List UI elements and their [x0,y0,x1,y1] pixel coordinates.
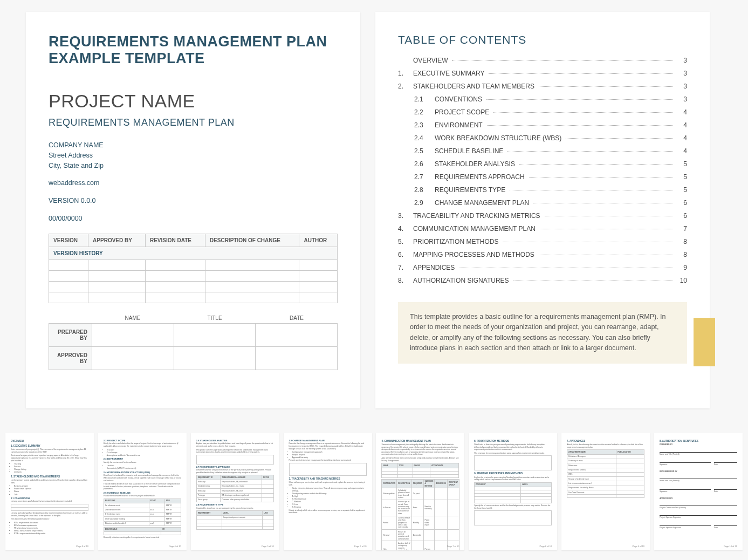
h-wbs: 2.4 WORK BREAKDOWN STRUCTURE (WBS) [104,471,181,474]
date-label: 00/00/0000 [49,214,338,224]
vh-caption: VERSION HISTORY [49,247,338,259]
page-footer: Page 8 of 10 [540,545,552,548]
page-footer: Page 10 of 10 [724,545,737,548]
doc-subtitle: REQUIREMENTS MANAGEMENT PLAN [49,117,338,128]
text: Attach, link to, describe any document o… [567,443,644,448]
sig-col-date: DATE [256,315,338,321]
toc-entry[interactable]: 5.PRIORITIZATION METHODS8 [398,235,687,248]
accent-decoration [694,318,715,366]
h-schedule: 2.5 SCHEDULE BASELINE [104,491,181,494]
toc-entry[interactable]: 2.1CONVENTIONS3 [398,93,687,106]
toc-entry[interactable]: 2.3ENVIRONMENT4 [398,119,687,132]
text: Our coverage for summary prioritization … [474,452,552,455]
list: RD = requirements document BR = business… [11,522,88,535]
h-priority: 5. PRIORITIZATION METHODS [474,440,552,443]
toc-entry[interactable]: 2.STAKEHOLDERS AND TEAM MEMBERS3 [398,80,687,93]
doc-title-line1: REQUIREMENTS MANAGEMENT PLAN [49,33,338,50]
toc-entry[interactable]: 2.2PROJECT SCOPE4 [398,106,687,119]
text: Explain how you identified key stakehold… [196,442,274,447]
thumb-page-6: 2.9 CHANGE MANAGEMENT PLAN Describe the … [284,433,372,550]
h-auth-sig: 8. AUTHORIZATION SIGNATURES [660,440,737,443]
vh-row [49,270,338,281]
schedule-table: MILESTONESTARTEND1st milestone eventMM/Y… [104,498,181,526]
thumb-page-7: 4. COMMUNICATION MANAGEMENT PLAN Summari… [376,433,464,550]
text: Bi-weekly milestone meeting after the re… [104,536,181,539]
text: Also identify technical team communicati… [381,457,459,462]
vh-col-revdate: REVISION DATE [145,234,205,247]
text: This will lead to decide of each task as… [104,483,181,490]
req-type-table: REQUIREMENTLEVELLINKScope development ex… [196,510,274,530]
summary-table: NAMETITLEPHASEATTENDANTS [381,463,459,477]
text: Detail the rationale and process of each… [196,469,274,474]
signature-block: NAME TITLE DATE PREPARED BY APPROVED BY [49,315,338,370]
vh-row [49,281,338,292]
toc-entry[interactable]: 2.6STAKEHOLDER ANALYSIS5 [398,158,687,170]
prep-label: PREPARED BY [660,443,737,446]
text: List any conventions you followed that a… [11,500,88,503]
h-stakeholder-analysis: 2.6 STAKEHOLDER ANALYSIS [196,439,274,442]
page-footer: Page 3 of 10 [76,545,88,548]
address-line1: Street Address [49,151,338,161]
toc-entry[interactable]: 2.5SCHEDULE BASELINE4 [398,145,687,158]
top-page-row: REQUIREMENTS MANAGEMENT PLAN EXAMPLE TEM… [0,0,748,408]
h-stakeholders: 2. STAKEHOLDERS AND TEAM MEMBERS [11,475,88,479]
h-env: 2.3 ENVIRONMENT [104,457,181,460]
version-label: VERSION 0.0.0 [49,196,338,206]
comm-table: DISTRIBUTIONDESCRIPTIONREQUIREDCADENCE &… [381,479,459,550]
vh-col-author: AUTHOR [299,234,338,247]
text: Specify the all communications and list … [474,504,552,509]
thumb-page-8: 5. PRIORITIZATION METHODS Detail tools o… [469,433,557,550]
text: Review and analyze priorities and import… [11,454,88,462]
toc-entry[interactable]: OVERVIEW3 [398,54,687,67]
company-name: COMPANY NAME [49,140,338,151]
thumb-page-3: OVERVIEW 1. EXECUTIVE SUMMARY Enter a su… [5,433,94,550]
map-table: DOCUMENTLABEL [474,482,552,503]
thumb-page-10: 8. AUTHORIZATION SIGNATURES PREPARED BY … [654,433,743,550]
web-address: webaddress.com [49,178,338,188]
version-history-table: VERSION HISTORY VERSION APPROVED BY REVI… [49,234,338,303]
document-canvas: REQUIREMENTS MANAGEMENT PLAN EXAMPLE TEM… [0,0,748,560]
text: Enter a summary of your project(s). Plac… [11,448,88,453]
text: Present any link whenever changes can be… [289,459,367,462]
h-appendices: 7. APPENDICES [567,440,644,443]
sig-col-name: NAME [92,315,174,321]
appr-label: APPROVED BY [660,497,737,500]
toc-entry[interactable]: 2.4WORK BREAKDOWN STRUCTURE (WBS)4 [398,132,687,145]
toc-entry[interactable]: 2.9CHANGE MANAGEMENT PLAN6 [398,196,687,209]
h-overview: OVERVIEW [11,440,88,443]
page-footer: Page 9 of 10 [632,545,644,548]
vh-col-desc: DESCRIPTION OF CHANGE [205,234,299,247]
toc-entry[interactable]: 3.TRACEABILITY AND TRACKING METRICS6 [398,209,687,222]
text: Show software you use to store and track… [289,481,367,486]
toc-entry[interactable]: 8.AUTHORIZATION SIGNATURES10 [398,274,687,287]
toc-entry[interactable]: 7.APPENDICES9 [398,261,687,274]
vh-row [49,292,338,303]
h-scope: 2.2 PROJECT SCOPE [104,439,181,442]
h-traceability: 3. TRACEABILITY AND TRACKING METRICS [289,477,367,481]
h-mapping: 6. MAPPING PROCESSES AND METHODS [474,472,552,475]
h-req-approach: 2.7 REQUIREMENTS APPROACH [196,466,274,468]
page-toc: TABLE OF CONTENTS OVERVIEW31.EXECUTIVE S… [375,12,710,408]
title-block: REQUIREMENTS MANAGEMENT PLAN EXAMPLE TEM… [49,33,338,67]
text: Identify the environment for the softwar… [104,461,181,464]
toc-entry[interactable]: 2.7REQUIREMENTS APPROACH5 [398,170,687,183]
list: Tracking Process Change history Limits e… [11,463,88,474]
toc-entry[interactable]: 6.MAPPING PROCESSES AND METHODS8 [398,248,687,261]
h-comm-plan: 4. COMMUNICATION MANAGEMENT PLAN [381,440,459,443]
text: Detail how the tasks will be characteriz… [104,474,181,482]
appendix-table: ATTACHMENT NAMEFILE/LOCATIONDefinitions … [567,449,644,498]
thumb-page-5: 2.6 STAKEHOLDER ANALYSIS Explain how you… [191,433,279,550]
page-footer: Page 6 of 10 [354,545,367,548]
vh-row [49,259,338,270]
text: This project concerns operations develop… [196,449,274,454]
toc-entry[interactable]: 4.COMMUNICATION MANAGEMENT PLAN7 [398,222,687,235]
prepared-by-label: PREPARED BY [49,323,92,346]
toc-entry[interactable]: 2.8REQUIREMENTS TYPE5 [398,183,687,196]
page-footer: Page 5 of 10 [262,545,274,548]
template-note: This template provides a basic outline f… [398,302,687,364]
toc-entry[interactable]: 1.EXECUTIVE SUMMARY3 [398,67,687,80]
vh-col-version: VERSION [49,234,88,247]
h-exec-summary: 1. EXECUTIVE SUMMARY [11,445,88,448]
toc-list: OVERVIEW31.EXECUTIVE SUMMARY32.STAKEHOLD… [398,54,687,287]
text: If applicable, show how you are categori… [196,507,274,510]
